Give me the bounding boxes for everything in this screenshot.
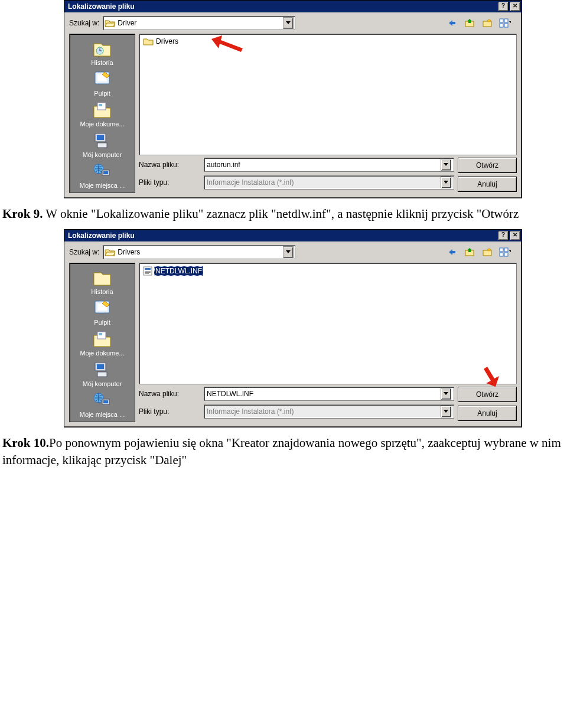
svg-rect-6 (504, 24, 508, 27)
svg-rect-36 (145, 272, 151, 273)
sidebar-mydocs[interactable]: Moje dokume... (73, 99, 132, 128)
folder-open-icon (105, 248, 115, 256)
folder-icon (143, 37, 154, 45)
up-one-level-icon[interactable] (464, 246, 475, 258)
titlebar: Lokalizowanie pliku ? ✕ (64, 1, 522, 12)
svg-rect-35 (145, 271, 151, 272)
sidebar-item-label: Pulpit (73, 90, 132, 97)
look-in-combo[interactable]: Driver (103, 16, 295, 30)
filetype-combo[interactable]: Informacje Instalatora (*.inf) (204, 175, 454, 190)
filetype-label: Pliki typu: (139, 407, 204, 416)
step9-bold: Krok 9. (2, 207, 43, 221)
chevron-down-icon[interactable] (441, 159, 451, 171)
svg-rect-5 (500, 24, 503, 27)
sidebar-item-label: Moje dokume... (73, 120, 132, 128)
sidebar-network[interactable]: Moje miejsca ... (73, 161, 132, 189)
filename-input[interactable]: NETDLWL.INF (204, 387, 454, 401)
back-icon[interactable] (446, 17, 458, 29)
step9-rest: W oknie "Lokalizowanie pliku" zaznacz pl… (43, 207, 519, 221)
svg-rect-10 (99, 104, 102, 106)
file-open-dialog-1: Lokalizowanie pliku ? ✕ Szukaj w: Driver (64, 0, 522, 198)
folder-open-icon (105, 19, 115, 27)
svg-rect-4 (504, 19, 508, 22)
chevron-down-icon[interactable] (441, 177, 451, 188)
annotation-arrow-icon (210, 33, 246, 57)
look-in-label: Szukaj w: (69, 19, 99, 27)
svg-rect-0 (452, 22, 455, 24)
close-button[interactable]: ✕ (510, 231, 520, 240)
file-list[interactable]: Drivers (139, 34, 517, 155)
file-list[interactable]: NETDLWL.INF (139, 263, 517, 384)
sidebar-item-label: Moje dokume... (73, 350, 132, 357)
sidebar-desktop[interactable]: Pulpit (73, 298, 132, 326)
sidebar-item-label: Historia (73, 288, 132, 295)
open-button[interactable]: Otwórz (458, 387, 517, 402)
toolbar-icons (446, 246, 511, 258)
sidebar-network[interactable]: Moje miejsca ... (73, 390, 132, 418)
filetype-value: Informacje Instalatora (*.inf) (207, 407, 441, 416)
file-open-dialog-2: Lokalizowanie pliku ? ✕ Szukaj w: Driver… (64, 229, 522, 427)
sidebar-mycomputer[interactable]: Mój komputer (73, 359, 132, 387)
dialog-title: Lokalizowanie pliku (66, 231, 497, 240)
sidebar-mydocs[interactable]: Moje dokume... (73, 328, 132, 357)
filename-value: autorun.inf (207, 161, 441, 169)
titlebar: Lokalizowanie pliku ? ✕ (64, 230, 522, 241)
svg-rect-34 (145, 268, 151, 270)
svg-rect-3 (500, 19, 503, 22)
toolbar-icons (446, 17, 511, 29)
help-button[interactable]: ? (498, 2, 509, 11)
up-one-level-icon[interactable] (464, 17, 475, 29)
open-button[interactable]: Otwórz (458, 158, 517, 173)
svg-rect-29 (97, 372, 107, 377)
sidebar-item-label: Mój komputer (73, 380, 132, 387)
chevron-down-icon[interactable] (283, 17, 294, 29)
svg-rect-12 (97, 135, 104, 140)
filetype-combo[interactable]: Informacje Instalatora (*.inf) (204, 404, 454, 419)
help-button[interactable]: ? (498, 231, 509, 240)
cancel-button[interactable]: Anuluj (458, 406, 517, 421)
filename-label: Nazwa pliku: (139, 390, 204, 398)
sidebar-item-label: Historia (73, 59, 132, 66)
new-folder-icon[interactable] (481, 17, 493, 29)
new-folder-icon[interactable] (481, 246, 493, 258)
list-item[interactable]: NETDLWL.INF (142, 266, 204, 276)
close-button[interactable]: ✕ (510, 2, 520, 11)
svg-rect-23 (504, 253, 508, 256)
sidebar-mycomputer[interactable]: Mój komputer (73, 130, 132, 158)
paragraph-step10: Krok 10.Po ponownym pojawieniu się okna … (2, 435, 565, 468)
list-item[interactable]: Drivers (142, 37, 180, 46)
filetype-label: Pliki typu: (139, 178, 204, 187)
step10-bold: Krok 10. (2, 436, 49, 450)
chevron-down-icon[interactable] (441, 406, 451, 417)
file-item-label: NETDLWL.INF (154, 266, 203, 276)
svg-rect-32 (103, 400, 108, 403)
filename-input[interactable]: autorun.inf (204, 158, 454, 172)
look-in-value: Drivers (118, 248, 283, 256)
file-item-label: Drivers (155, 37, 179, 45)
dialog-title: Lokalizowanie pliku (66, 2, 497, 11)
views-icon[interactable] (499, 17, 511, 29)
look-in-label: Szukaj w: (69, 248, 99, 256)
filename-label: Nazwa pliku: (139, 161, 204, 169)
step10-rest: Po ponownym pojawieniu się okna "Kreator… (2, 436, 561, 466)
sidebar-history[interactable]: Historia (73, 38, 132, 66)
chevron-down-icon[interactable] (283, 246, 294, 258)
look-in-combo[interactable]: Drivers (103, 245, 295, 259)
svg-rect-37 (145, 273, 149, 274)
svg-rect-20 (500, 248, 503, 252)
svg-rect-21 (504, 248, 508, 252)
chevron-down-icon[interactable] (441, 388, 451, 400)
svg-rect-26 (99, 333, 102, 335)
svg-rect-17 (452, 251, 455, 253)
filename-value: NETDLWL.INF (207, 390, 441, 398)
cancel-button[interactable]: Anuluj (458, 177, 517, 192)
back-icon[interactable] (446, 246, 458, 258)
svg-rect-22 (500, 253, 503, 256)
sidebar-desktop[interactable]: Pulpit (73, 68, 132, 97)
sidebar-history[interactable]: Historia (73, 267, 132, 295)
views-icon[interactable] (499, 246, 511, 258)
sidebar-item-label: Pulpit (73, 319, 132, 326)
inf-file-icon (143, 266, 152, 276)
sidebar-item-label: Moje miejsca ... (73, 182, 132, 189)
places-bar: Historia Pulpit Moje dokume... Mój kompu… (69, 34, 135, 193)
